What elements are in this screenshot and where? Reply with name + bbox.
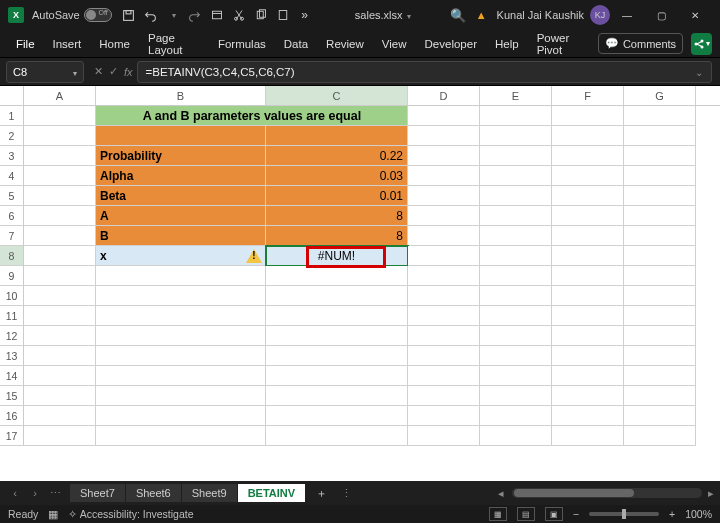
cell[interactable] [480, 326, 552, 346]
name-box[interactable]: C8 [6, 61, 84, 83]
cell[interactable] [408, 106, 480, 126]
chevron-down-icon[interactable] [73, 66, 77, 78]
cell[interactable] [624, 326, 696, 346]
cell[interactable] [266, 126, 408, 146]
cell[interactable] [624, 306, 696, 326]
cell[interactable] [624, 146, 696, 166]
cell[interactable]: 8 [266, 226, 408, 246]
cell[interactable] [552, 146, 624, 166]
cell[interactable] [552, 386, 624, 406]
accessibility-status[interactable]: ✧ Accessibility: Investigate [68, 508, 193, 520]
row-header[interactable]: 7 [0, 226, 24, 246]
cell[interactable] [552, 166, 624, 186]
cell[interactable] [24, 126, 96, 146]
cell[interactable] [624, 126, 696, 146]
cell[interactable] [624, 206, 696, 226]
cell[interactable]: x [96, 246, 266, 266]
cell[interactable] [24, 226, 96, 246]
cell[interactable] [24, 186, 96, 206]
sheet-tab[interactable]: Sheet6 [126, 484, 181, 502]
row-header[interactable]: 12 [0, 326, 24, 346]
tab-review[interactable]: Review [318, 34, 372, 54]
qat-icon-2[interactable] [272, 4, 294, 26]
row-header[interactable]: 11 [0, 306, 24, 326]
cell[interactable] [552, 406, 624, 426]
row-header[interactable]: 13 [0, 346, 24, 366]
select-all-corner[interactable] [0, 86, 24, 105]
view-normal-icon[interactable]: ▦ [489, 507, 507, 521]
row-header[interactable]: 15 [0, 386, 24, 406]
cell[interactable]: B [96, 226, 266, 246]
add-sheet-button[interactable]: ＋ [310, 486, 332, 501]
cell[interactable] [552, 326, 624, 346]
tab-formulas[interactable]: Formulas [210, 34, 274, 54]
cell[interactable] [408, 326, 480, 346]
sheet-tab[interactable]: Sheet9 [182, 484, 237, 502]
cell[interactable] [624, 346, 696, 366]
tab-power-pivot[interactable]: Power Pivot [529, 28, 594, 60]
cell[interactable] [266, 386, 408, 406]
cell[interactable] [24, 106, 96, 126]
cell[interactable] [24, 386, 96, 406]
cell[interactable] [480, 146, 552, 166]
sheet-nav-more[interactable]: ⋯ [46, 487, 64, 500]
cell[interactable] [624, 226, 696, 246]
cell[interactable] [266, 406, 408, 426]
row-header[interactable]: 8 [0, 246, 24, 266]
cell[interactable] [96, 366, 266, 386]
cell[interactable] [96, 306, 266, 326]
cell[interactable] [624, 426, 696, 446]
cell[interactable] [552, 246, 624, 266]
cell[interactable] [96, 426, 266, 446]
cell[interactable] [480, 206, 552, 226]
cell[interactable] [624, 286, 696, 306]
col-header-F[interactable]: F [552, 86, 624, 105]
cell[interactable] [480, 366, 552, 386]
zoom-slider[interactable] [589, 512, 659, 516]
cell[interactable]: 0.03 [266, 166, 408, 186]
cell[interactable] [552, 186, 624, 206]
tab-insert[interactable]: Insert [45, 34, 90, 54]
sheet-tab-active[interactable]: BETAINV [238, 484, 305, 502]
qat-icon-1[interactable] [206, 4, 228, 26]
cell[interactable] [96, 286, 266, 306]
col-header-B[interactable]: B [96, 86, 266, 105]
row-header[interactable]: 1 [0, 106, 24, 126]
close-button[interactable]: ✕ [678, 0, 712, 30]
cell[interactable] [624, 106, 696, 126]
sheet-tab[interactable]: Sheet7 [70, 484, 125, 502]
tab-developer[interactable]: Developer [417, 34, 485, 54]
row-header[interactable]: 10 [0, 286, 24, 306]
cell[interactable] [408, 146, 480, 166]
cell[interactable] [266, 266, 408, 286]
tab-view[interactable]: View [374, 34, 415, 54]
tab-help[interactable]: Help [487, 34, 527, 54]
row-header[interactable]: 17 [0, 426, 24, 446]
cell[interactable] [480, 226, 552, 246]
col-header-E[interactable]: E [480, 86, 552, 105]
cell[interactable] [266, 306, 408, 326]
col-header-C[interactable]: C [266, 86, 408, 105]
cell[interactable] [408, 206, 480, 226]
cell[interactable] [552, 286, 624, 306]
sheet-nav-next[interactable]: › [26, 487, 44, 500]
cell[interactable] [480, 426, 552, 446]
enter-formula-icon[interactable]: ✓ [109, 65, 118, 78]
cell[interactable] [624, 406, 696, 426]
zoom-out-button[interactable]: − [573, 508, 579, 520]
comments-button[interactable]: 💬 Comments [598, 33, 683, 54]
cell[interactable] [408, 366, 480, 386]
formula-input[interactable]: =BETAINV(C3,C4,C5,C6,C7) [137, 61, 712, 83]
cell[interactable] [96, 346, 266, 366]
cell[interactable]: Beta [96, 186, 266, 206]
cell[interactable] [24, 166, 96, 186]
cell[interactable] [24, 286, 96, 306]
tab-file[interactable]: File [8, 34, 43, 54]
toggle-switch[interactable]: Off [84, 8, 112, 22]
row-header[interactable]: 5 [0, 186, 24, 206]
cell[interactable] [96, 386, 266, 406]
cell[interactable]: Alpha [96, 166, 266, 186]
copy-icon[interactable] [250, 4, 272, 26]
fx-icon[interactable]: fx [124, 66, 133, 78]
cell[interactable] [96, 326, 266, 346]
